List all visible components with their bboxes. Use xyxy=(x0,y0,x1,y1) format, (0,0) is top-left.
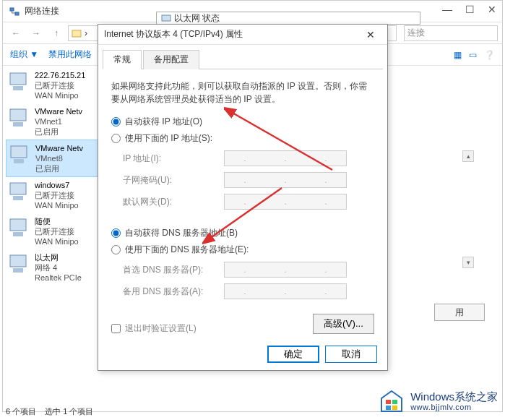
ethernet-icon xyxy=(161,13,171,23)
svg-rect-0 xyxy=(10,8,14,11)
svg-rect-18 xyxy=(386,400,391,404)
adapter-icon xyxy=(7,70,30,95)
svg-rect-3 xyxy=(10,73,26,85)
dialog-close-button[interactable]: ✕ xyxy=(360,27,381,43)
view-details-icon[interactable]: ▭ xyxy=(469,50,477,60)
watermark-logo-icon xyxy=(377,388,406,416)
item-count: 6 个项目 xyxy=(6,406,36,417)
network-list: 222.76.215.21 已断开连接 WAN Minipo VMware Ne… xyxy=(6,67,100,286)
dialog-body: 如果网络支持此功能，则可以获取自动指派的 IP 设置。否则，你需要从网络系统管理… xyxy=(98,69,387,345)
subnet-label: 子网掩码(U): xyxy=(123,174,224,187)
svg-rect-2 xyxy=(72,30,81,37)
manual-dns-radio-row[interactable]: 使用下面的 DNS 服务器地址(E): xyxy=(111,244,374,256)
disable-network-button[interactable]: 禁用此网络 xyxy=(48,48,92,61)
adapter-icon xyxy=(7,216,30,241)
svg-rect-14 xyxy=(13,268,23,273)
background-apply-button[interactable]: 用 xyxy=(434,304,485,321)
adapter-icon xyxy=(8,143,31,168)
manual-dns-radio[interactable] xyxy=(111,245,121,254)
dialog-buttons: 确定 取消 xyxy=(267,346,377,363)
svg-rect-6 xyxy=(13,122,23,127)
validate-checkbox-row[interactable]: 退出时验证设置(L) xyxy=(111,322,197,335)
ipv4-properties-dialog: Internet 协议版本 4 (TCP/IPv4) 属性 ✕ 常规 备用配置 … xyxy=(98,24,388,371)
svg-rect-5 xyxy=(10,109,26,121)
dialog-title: Internet 协议版本 4 (TCP/IPv4) 属性 xyxy=(104,28,243,40)
svg-rect-13 xyxy=(10,255,26,267)
scroll-up-button[interactable]: ▴ xyxy=(462,150,474,162)
adapter-icon xyxy=(7,180,30,205)
svg-rect-4 xyxy=(13,86,23,90)
organize-menu[interactable]: 组织 ▼ xyxy=(10,48,38,61)
folder-icon xyxy=(72,28,82,38)
svg-rect-19 xyxy=(392,400,397,404)
svg-rect-9 xyxy=(10,183,26,194)
tab-alternate[interactable]: 备用配置 xyxy=(143,50,199,69)
tab-general[interactable]: 常规 xyxy=(103,50,142,69)
network-item[interactable]: 随便 已断开连接 WAN Minipo xyxy=(6,213,100,249)
network-icon xyxy=(9,6,20,17)
svg-rect-7 xyxy=(11,146,27,158)
watermark: Windows系统之家 www.bjjmlv.com xyxy=(377,388,498,416)
dialog-titlebar: Internet 协议版本 4 (TCP/IPv4) 属性 ✕ xyxy=(98,25,387,45)
advanced-button[interactable]: 高级(V)... xyxy=(313,314,374,334)
network-item[interactable]: windows7 已断开连接 WAN Minipo xyxy=(6,177,100,213)
up-button[interactable]: ↑ xyxy=(48,25,65,42)
ok-button[interactable]: 确定 xyxy=(267,346,319,363)
svg-rect-1 xyxy=(15,12,19,15)
minimize-button[interactable]: — xyxy=(442,4,452,15)
svg-rect-21 xyxy=(392,406,397,410)
manual-ip-radio-row[interactable]: 使用下面的 IP 地址(S): xyxy=(111,132,374,145)
adapter-icon xyxy=(7,252,30,277)
network-item[interactable]: 以太网 网络 4 Realtek PCIe xyxy=(6,249,100,286)
dialog-description: 如果网络支持此功能，则可以获取自动指派的 IP 设置。否则，你需要从网络系统管理… xyxy=(111,80,374,106)
gateway-label: 默认网关(D): xyxy=(123,196,224,208)
selection-count: 选中 1 个项目 xyxy=(45,406,93,417)
primary-dns-input: ... xyxy=(224,262,347,278)
svg-rect-10 xyxy=(13,196,23,200)
dialog-tabs: 常规 备用配置 xyxy=(103,49,383,69)
adapter-icon xyxy=(7,106,30,131)
alt-dns-input: ... xyxy=(224,283,347,299)
search-box[interactable]: 连接 xyxy=(404,25,498,41)
view-large-icon[interactable]: ▦ xyxy=(454,50,462,60)
alt-dns-label: 备用 DNS 服务器(A): xyxy=(123,286,224,298)
watermark-url: www.bjjmlv.com xyxy=(410,402,498,412)
gateway-input: ... xyxy=(224,194,347,210)
ip-input: ... xyxy=(224,150,347,166)
auto-dns-radio-row[interactable]: 自动获得 DNS 服务器地址(B) xyxy=(111,227,374,239)
ip-label: IP 地址(I): xyxy=(123,153,224,165)
scroll-down-button[interactable]: ▾ xyxy=(462,257,474,268)
close-button[interactable]: ✕ xyxy=(488,4,496,15)
window-controls: — ☐ ✕ xyxy=(442,4,496,15)
status-bar: 6 个项目 选中 1 个项目 xyxy=(6,403,93,420)
primary-dns-label: 首选 DNS 服务器(P): xyxy=(123,264,224,276)
maximize-button[interactable]: ☐ xyxy=(465,4,475,15)
network-item-selected[interactable]: VMware Netv VMnet8 已启用 xyxy=(6,140,100,177)
validate-checkbox[interactable] xyxy=(111,324,121,333)
cancel-button[interactable]: 取消 xyxy=(325,346,377,363)
ethernet-status-window-titlebar: 以太网 状态 xyxy=(156,12,420,25)
watermark-title: Windows系统之家 xyxy=(410,392,498,402)
svg-rect-12 xyxy=(13,232,23,236)
subnet-input: ... xyxy=(224,172,347,188)
manual-ip-radio[interactable] xyxy=(111,134,121,143)
auto-dns-radio[interactable] xyxy=(111,228,121,238)
back-button[interactable]: ← xyxy=(7,25,25,42)
network-item[interactable]: VMware Netv VMnet1 已启用 xyxy=(6,103,100,140)
search-placeholder: 连接 xyxy=(407,27,425,39)
auto-ip-radio-row[interactable]: 自动获得 IP 地址(O) xyxy=(111,116,374,128)
svg-rect-11 xyxy=(10,219,26,231)
forward-button[interactable]: → xyxy=(27,25,45,42)
svg-rect-20 xyxy=(386,406,391,410)
window-title: 网络连接 xyxy=(25,5,59,17)
auto-ip-radio[interactable] xyxy=(111,117,121,127)
svg-rect-8 xyxy=(14,159,24,163)
network-item[interactable]: 222.76.215.21 已断开连接 WAN Minipo xyxy=(6,67,100,103)
help-icon[interactable]: ❔ xyxy=(484,50,495,60)
svg-rect-15 xyxy=(162,15,171,21)
